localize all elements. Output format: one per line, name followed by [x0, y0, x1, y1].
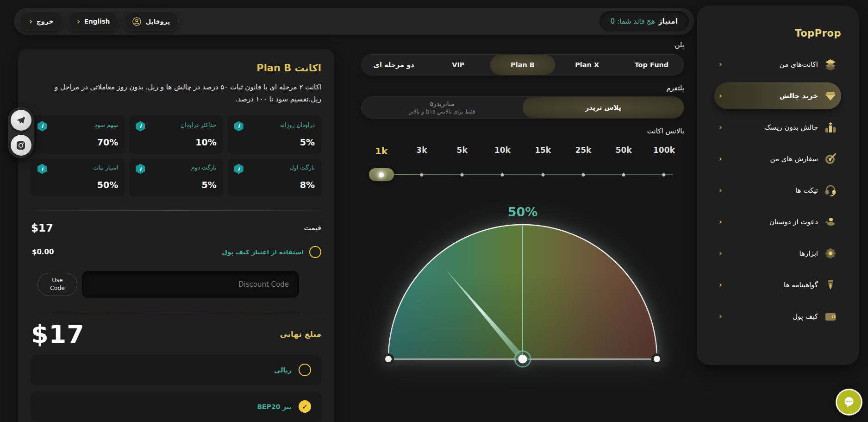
slider-stop[interactable]	[622, 173, 625, 176]
slider-stop[interactable]	[662, 173, 666, 176]
payment-option-rial[interactable]: ریالی	[31, 355, 321, 385]
payment-option-tether-bep20[interactable]: تتر BEP20	[31, 391, 321, 422]
score-badge: امتیاز هج فاند شما: 0	[599, 11, 689, 31]
plan-title: اکانت Plan B	[31, 63, 321, 74]
profile-button[interactable]: پروفایل	[124, 12, 179, 31]
instagram-icon	[15, 140, 26, 151]
stat-value: 70%	[37, 137, 118, 147]
info-icon[interactable]: i	[136, 121, 145, 132]
balance-option-15k[interactable]: 15k	[523, 145, 563, 157]
sidebar-item-tools[interactable]: ابزارها ‹	[714, 240, 841, 267]
diamond-icon	[824, 90, 837, 102]
price-row: قیمت $17	[31, 222, 321, 234]
layers-icon	[824, 58, 837, 70]
sidebar-item-risk-free-challenge[interactable]: چالش بدون ریسک ‹	[714, 114, 841, 141]
slider-thumb[interactable]	[369, 168, 394, 181]
payment-option-label: ریالی	[274, 366, 292, 374]
plan-tabs: دو مرحله ای VIP Plan B Plan X Top Fund	[361, 54, 684, 76]
chevron-left-icon: ‹	[719, 92, 722, 100]
info-icon[interactable]: i	[37, 164, 47, 174]
use-code-button[interactable]: Use Code	[37, 273, 77, 296]
slider-stop[interactable]	[420, 173, 423, 176]
discount-code-input[interactable]	[82, 271, 299, 298]
stat-label: دراودان روزانه	[280, 121, 315, 128]
instagram-button[interactable]	[11, 135, 31, 156]
stat-card-first-target: تارگت اول i 8%	[228, 158, 321, 196]
wallet-credit-label: استفاده از اعتبار کیف پول	[222, 248, 304, 256]
info-icon[interactable]: i	[234, 164, 244, 174]
balance-slider[interactable]	[361, 168, 684, 182]
wallet-credit-checkbox[interactable]	[309, 246, 321, 258]
language-button[interactable]: English ‹	[68, 12, 119, 31]
plan-stats-grid: دراودان روزانه i 5% حداکثر دراودان i 10%…	[31, 116, 321, 196]
final-amount-label: مبلغ نهایی	[280, 329, 321, 339]
sidebar-item-label: سفارش های من	[770, 155, 818, 163]
balance-option-50k[interactable]: 50k	[604, 145, 644, 157]
sidebar-item-certificates[interactable]: گواهینامه ها ‹	[714, 271, 841, 298]
balance-option-10k[interactable]: 10k	[482, 145, 523, 157]
configurator-column: پلن دو مرحله ای VIP Plan B Plan X Top Fu…	[361, 41, 684, 368]
sidebar-item-invite-friends[interactable]: دعوت از دوستان ‹	[714, 208, 841, 235]
sidebar-item-label: خرید چالش	[780, 92, 818, 100]
discount-row: Use Code	[37, 271, 299, 298]
tab-top-fund[interactable]: Top Fund	[619, 55, 684, 75]
social-widget	[8, 107, 34, 158]
price-value: $17	[31, 222, 53, 234]
balance-option-25k[interactable]: 25k	[563, 145, 603, 157]
wallet-icon	[824, 310, 837, 322]
sidebar-item-label: تیکت ها	[795, 186, 818, 195]
final-amount-value: $17	[31, 320, 85, 349]
chat-button[interactable]	[836, 389, 862, 416]
info-icon[interactable]: i	[234, 121, 244, 132]
gauge-dial	[384, 221, 662, 368]
stat-label: امتیاز ثبات	[93, 164, 118, 171]
gauge-hub-dot	[518, 355, 527, 364]
chevron-left-icon: ‹	[719, 250, 722, 257]
tab-plan-b[interactable]: Plan B	[490, 55, 555, 75]
radio-unchecked-icon[interactable]	[299, 364, 311, 376]
tab-two-phase[interactable]: دو مرحله ای	[362, 55, 426, 75]
balance-option-5k[interactable]: 5k	[442, 145, 482, 157]
sidebar-item-tickets[interactable]: تیکت ها ‹	[714, 177, 841, 204]
sidebar-item-buy-challenge[interactable]: خرید چالش ‹	[714, 82, 841, 109]
tab-plan-x[interactable]: Plan X	[555, 55, 619, 75]
sidebar-item-wallet[interactable]: کیف پول ‹	[714, 303, 841, 330]
info-icon[interactable]: i	[37, 121, 47, 132]
platform-option-note: فقط برای بالانس ۱۵کا و بالاتر	[409, 108, 475, 115]
stat-value: 50%	[37, 180, 118, 190]
sidebar-item-my-orders[interactable]: سفارش های من ‹	[714, 145, 841, 172]
platform-option-name: متاتریدر۵	[430, 100, 454, 107]
logout-button[interactable]: خروج ‹	[19, 12, 63, 31]
headset-icon	[824, 184, 837, 196]
stat-card-max-drawdown: حداکثر دراودان i 10%	[129, 116, 223, 154]
invite-friends-icon	[824, 216, 837, 228]
sidebar: TopProp اکانت‌های من ‹ خرید چالش ‹	[697, 6, 859, 365]
stat-card-second-target: تارگت دوم i 5%	[129, 158, 223, 196]
info-icon[interactable]: i	[136, 164, 145, 174]
platform-option-metatrader5[interactable]: متاتریدر۵ فقط برای بالانس ۱۵کا و بالاتر	[362, 97, 523, 118]
balance-option-100k[interactable]: 100k	[644, 145, 684, 157]
check-icon[interactable]	[299, 400, 311, 413]
final-amount-row: مبلغ نهایی $17	[31, 320, 321, 349]
app-logo: TopProp	[714, 6, 841, 39]
slider-stop[interactable]	[541, 173, 544, 176]
profile-icon	[132, 17, 141, 26]
chevron-left-icon: ‹	[29, 18, 32, 25]
podium-icon	[824, 121, 837, 133]
sidebar-item-my-accounts[interactable]: اکانت‌های من ‹	[714, 51, 841, 78]
app-root: امتیاز هج فاند شما: 0 پروفایل English ‹ …	[0, 0, 868, 422]
top-bar: امتیاز هج فاند شما: 0 پروفایل English ‹ …	[14, 8, 694, 35]
logout-button-label: خروج	[37, 18, 53, 25]
platform-option-plus-trader[interactable]: پلاس تریدر	[523, 97, 684, 118]
chat-bubble-icon	[842, 395, 856, 409]
telegram-button[interactable]	[11, 110, 31, 131]
slider-stop[interactable]	[581, 173, 585, 176]
slider-stop[interactable]	[501, 173, 504, 176]
slider-stop[interactable]	[461, 173, 464, 176]
pen-nib-icon	[824, 279, 837, 291]
top-bar-buttons: پروفایل English ‹ خروج ‹	[19, 12, 179, 31]
balance-option-3k[interactable]: 3k	[401, 145, 442, 157]
plan-details-panel: اکانت Plan B اکانت ۲ مرحله ای با قانون ث…	[18, 49, 334, 422]
balance-option-1k[interactable]: 1k	[361, 145, 401, 157]
tab-vip[interactable]: VIP	[426, 55, 490, 75]
